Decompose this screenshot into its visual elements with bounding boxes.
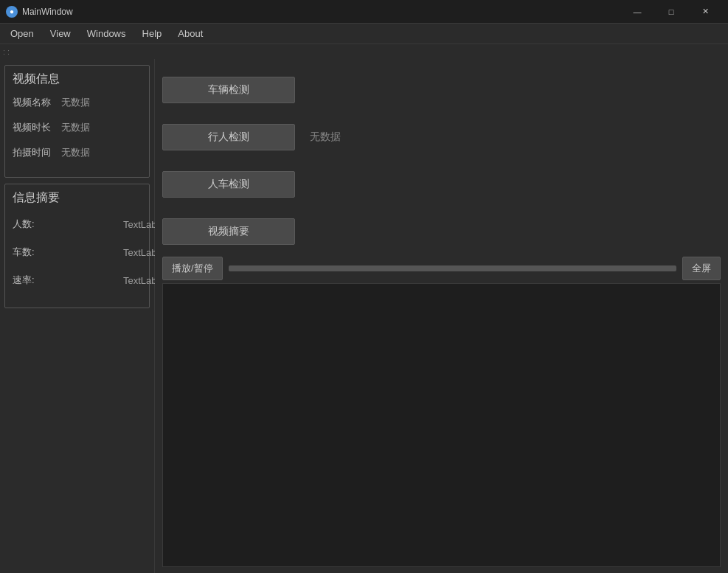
speed-label: 速率:: [13, 274, 49, 287]
toolbar-dot-indicator: : :: [3, 47, 10, 56]
video-duration-value: 无数据: [61, 121, 90, 134]
menu-windows[interactable]: Windows: [80, 25, 134, 42]
menu-about[interactable]: About: [170, 25, 210, 42]
video-name-row: 视频名称 无数据: [13, 96, 142, 109]
video-controls: 播放/暂停 全屏: [162, 257, 721, 280]
car-count-row: 车数: TextLabel: [13, 246, 142, 259]
person-count-row: 人数: TextLabel: [13, 218, 142, 231]
video-duration-label: 视频时长: [13, 121, 57, 134]
menu-bar: Open View Windows Help About: [0, 24, 728, 44]
menu-view[interactable]: View: [43, 25, 78, 42]
progress-bar-container[interactable]: [229, 265, 676, 271]
car-count-label: 车数:: [13, 246, 49, 259]
video-section: 播放/暂停 全屏: [162, 257, 721, 567]
app-icon: ●: [6, 6, 18, 18]
center-panel: 车辆检测 行人检测 无数据 人车检测 视频摘要 播放/暂停 全屏: [155, 59, 728, 573]
video-duration-row: 视频时长 无数据: [13, 121, 142, 134]
summary-title: 信息摘要: [13, 190, 142, 206]
video-summary-row: 视频摘要: [162, 209, 721, 254]
menu-open[interactable]: Open: [3, 25, 41, 42]
video-time-label: 拍摄时间: [13, 146, 57, 159]
combined-detect-row: 人车检测: [162, 162, 721, 206]
video-name-value: 无数据: [61, 96, 90, 109]
vehicle-detect-button[interactable]: 车辆检测: [162, 77, 295, 103]
detect-buttons: 车辆检测 行人检测 无数据 人车检测 视频摘要: [162, 65, 721, 257]
video-name-label: 视频名称: [13, 96, 57, 109]
app-title: MainWindow: [22, 7, 73, 17]
title-bar: ● MainWindow — □ ✕: [0, 0, 728, 24]
toolbar-dots: : :: [0, 44, 728, 59]
left-panel: 视频信息 视频名称 无数据 视频时长 无数据 拍摄时间 无数据 信息摘要 人数:…: [0, 59, 155, 573]
vehicle-detect-row: 车辆检测: [162, 68, 721, 112]
speed-row: 速率: TextLabel: [13, 274, 142, 287]
person-count-label: 人数:: [13, 218, 49, 231]
close-button[interactable]: ✕: [688, 0, 722, 24]
pedestrian-detect-row: 行人检测 无数据: [162, 115, 721, 159]
maximize-button[interactable]: □: [654, 0, 688, 24]
combined-detect-button[interactable]: 人车检测: [162, 171, 295, 198]
summary-box: 信息摘要 人数: TextLabel 车数: TextLabel 速率: Tex…: [4, 184, 150, 308]
no-data-indicator: 无数据: [310, 131, 341, 144]
video-time-value: 无数据: [61, 146, 90, 159]
title-bar-left: ● MainWindow: [6, 6, 73, 18]
fullscreen-button[interactable]: 全屏: [682, 257, 721, 280]
video-summary-button[interactable]: 视频摘要: [162, 218, 295, 245]
play-pause-button[interactable]: 播放/暂停: [162, 257, 223, 280]
minimize-button[interactable]: —: [620, 0, 654, 24]
window-controls: — □ ✕: [620, 0, 722, 24]
video-info-box: 视频信息 视频名称 无数据 视频时长 无数据 拍摄时间 无数据: [4, 65, 150, 178]
menu-help[interactable]: Help: [135, 25, 170, 42]
video-info-title: 视频信息: [13, 72, 142, 87]
video-time-row: 拍摄时间 无数据: [13, 146, 142, 159]
video-display: [162, 283, 721, 567]
main-content: 视频信息 视频名称 无数据 视频时长 无数据 拍摄时间 无数据 信息摘要 人数:…: [0, 59, 728, 573]
pedestrian-detect-button[interactable]: 行人检测: [162, 124, 295, 150]
